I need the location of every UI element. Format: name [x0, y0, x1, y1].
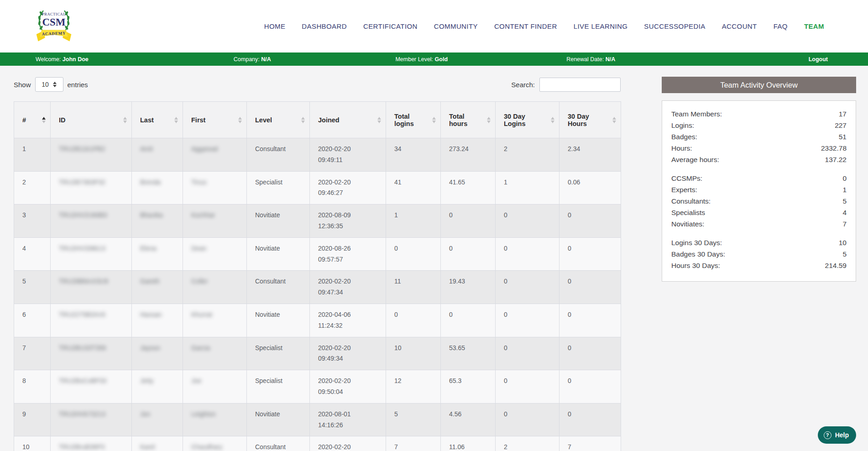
cell-level: Novitiate: [247, 403, 310, 436]
overview-group: CCSMPs:0Experts:1Consultants:5Specialist…: [671, 173, 847, 230]
joined-date: 2020-02-20: [318, 144, 377, 155]
cell-last: Karel: [132, 436, 183, 451]
redacted-first: Khurrat: [191, 311, 212, 318]
stat-value: 0: [842, 173, 847, 184]
nav-item-dashboard[interactable]: DASHBOARD: [302, 22, 347, 30]
cell-30-day-logins: 0: [496, 370, 559, 404]
cell-last: Amit: [132, 138, 183, 172]
search-input[interactable]: [539, 78, 621, 92]
column-label: 30 Day Hours: [568, 113, 589, 127]
nav-item-live-learning[interactable]: LIVE LEARNING: [574, 22, 628, 30]
overview-title-bar: Team Activity Overview: [662, 77, 856, 93]
cell-total-hours: 53.65: [441, 337, 496, 370]
table-section: Show 10 entries Search: #IDLastFirstLeve…: [14, 66, 621, 451]
help-button[interactable]: ? Help: [818, 426, 856, 444]
table-row: 4TRU2HV336k13ElenaDeanNovitiate2020-08-2…: [14, 237, 621, 271]
table-controls: Show 10 entries Search:: [14, 77, 621, 92]
nav-item-certification[interactable]: CERTIFICATION: [363, 22, 418, 30]
member-level-text: Member Level: Gold: [337, 56, 506, 63]
column-header-joined[interactable]: Joined: [310, 102, 386, 138]
table-row: 5TRU28B6mX3U9GarethCollerConsultant2020-…: [14, 271, 621, 304]
column-header-total-logins[interactable]: Total logins: [386, 102, 441, 138]
table-row: 1TRU2B11k1PB2AmitAggarwalConsultant2020-…: [14, 138, 621, 172]
joined-date: 2020-08-26: [318, 243, 377, 254]
column-header--[interactable]: #: [14, 102, 51, 138]
page-size-value: 10: [42, 81, 49, 88]
show-entries-control: Show 10 entries: [14, 77, 88, 92]
cell-last: Jon: [132, 403, 183, 436]
redacted-id: TRU2275B3Xn5: [59, 311, 105, 318]
stat-label: CCSMPs:: [671, 173, 702, 184]
cell-id: TRU2HVk73213: [51, 403, 132, 436]
cell-last: Jetty: [132, 370, 183, 404]
table-row: 9TRU2HVk73213JonLeightonNovitiate2020-08…: [14, 403, 621, 436]
cell-id: TRU2BxCvBP33: [51, 370, 132, 404]
redacted-last: Jon: [140, 410, 151, 418]
column-header-id[interactable]: ID: [51, 102, 132, 138]
practical-csm-academy-logo: PRACTICAL CSM ACADEMY: [32, 4, 76, 46]
joined-date: 2020-02-20: [318, 442, 377, 451]
cell-30-day-logins: 0: [496, 205, 559, 238]
stat-experts: Experts:1: [671, 184, 847, 195]
nav-item-community[interactable]: COMMUNITY: [434, 22, 478, 30]
redacted-last: Gareth: [140, 278, 160, 285]
nav-item-account[interactable]: ACCOUNT: [722, 22, 757, 30]
stat-value: 10: [839, 237, 847, 248]
cell-id: TRU2B7363P32: [51, 171, 132, 205]
cell-30-day-logins: 2: [496, 436, 559, 451]
redacted-first: Coller: [191, 278, 208, 285]
table-row: 3TRU2HV2Uk6B3BhavikaKochharNovitiate2020…: [14, 205, 621, 238]
stat-value: 1: [842, 184, 847, 195]
cell-30-day-logins: 0: [496, 304, 559, 337]
cell-total-hours: 0: [441, 205, 496, 238]
cell-total-logins: 10: [386, 337, 441, 370]
cell-joined: 2020-02-2009:49:11: [310, 138, 386, 172]
nav-item-faq[interactable]: FAQ: [774, 22, 788, 30]
cell-first: Aggarwal: [183, 138, 247, 172]
stat-value: 17: [839, 108, 847, 120]
main-nav: HOMEDASHBOARDCERTIFICATIONCOMMUNITYCONTE…: [264, 0, 824, 52]
stat-label: Hours:: [671, 142, 692, 154]
main-content: Show 10 entries Search: #IDLastFirstLeve…: [0, 66, 868, 451]
nav-item-successopedia[interactable]: SUCCESSOPEDIA: [644, 22, 705, 30]
cell-first: Leighton: [183, 403, 247, 436]
cell-first: Coller: [183, 271, 247, 304]
cell-total-hours: 0: [441, 237, 496, 271]
joined-time: 09:46:27: [318, 188, 377, 199]
sort-arrows-icon: [487, 117, 491, 123]
redacted-first: Garcia: [191, 344, 210, 351]
column-label: Total logins: [394, 113, 414, 127]
table-row: 2TRU2B7363P32BrendaTinusSpecialist2020-0…: [14, 171, 621, 205]
cell-num: 9: [14, 403, 51, 436]
cell-joined: 2020-04-0611:24:32: [310, 304, 386, 337]
column-header-30-day-logins[interactable]: 30 Day Logins: [496, 102, 559, 138]
sort-arrows-icon: [432, 117, 436, 123]
joined-time: 09:47:34: [318, 287, 377, 298]
column-header-last[interactable]: Last: [132, 102, 183, 138]
nav-item-content-finder[interactable]: CONTENT FINDER: [494, 22, 557, 30]
redacted-first: Leighton: [191, 410, 216, 418]
column-header-level[interactable]: Level: [247, 102, 310, 138]
page-size-select[interactable]: 10: [35, 77, 63, 92]
cell-total-hours: 0: [441, 304, 496, 337]
redacted-last: Bhavika: [140, 211, 163, 219]
cell-total-hours: 65.3: [441, 370, 496, 404]
column-header-first[interactable]: First: [183, 102, 247, 138]
redacted-last: Brenda: [140, 178, 161, 186]
cell-total-logins: 41: [386, 171, 441, 205]
column-header-total-hours[interactable]: Total hours: [441, 102, 496, 138]
cell-joined: 2020-02-2009:47:34: [310, 271, 386, 304]
cell-id: TRU2B11k1PB2: [51, 138, 132, 172]
redacted-last: Elena: [140, 245, 157, 252]
nav-item-team[interactable]: TEAM: [804, 22, 824, 30]
redacted-id: TRU2HV2Uk6B3: [59, 211, 107, 219]
select-arrows-icon: [53, 82, 57, 87]
joined-time: 09:50:04: [318, 387, 377, 398]
column-header-30-day-hours[interactable]: 30 Day Hours: [559, 102, 621, 138]
redacted-id: TRU2HVk73213: [59, 410, 105, 418]
logout-link[interactable]: Logout: [809, 56, 828, 63]
sort-arrows-icon: [301, 117, 305, 123]
stat-hours: Hours:2332.78: [671, 142, 847, 154]
logo-text-practical: PRACTICAL: [42, 12, 66, 16]
nav-item-home[interactable]: HOME: [264, 22, 286, 30]
